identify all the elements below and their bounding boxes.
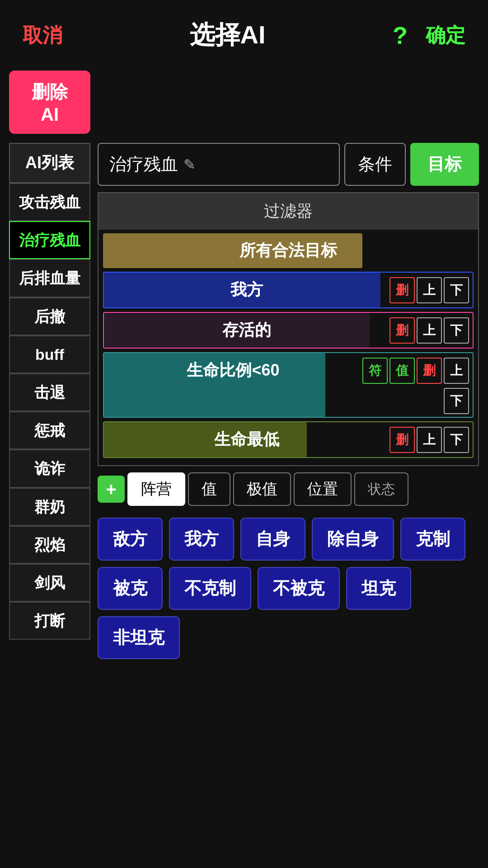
main-content: AI列表 攻击残血治疗残血后排血量后撤buff击退惩戒诡诈群奶烈焰剑风打断 治疗… (0, 143, 488, 664)
filter-label-all-targets: 所有合法目标 (103, 233, 474, 268)
camp-btn-不被克[interactable]: 不被克 (258, 567, 340, 610)
camp-btn-非坦克[interactable]: 非坦克 (98, 616, 180, 659)
main-action-label: 治疗残血 (109, 153, 178, 176)
sidebar-list-header: AI列表 (9, 143, 90, 183)
page-title: 选择AI (190, 18, 266, 52)
sidebar-item-0[interactable]: 攻击残血 (9, 183, 90, 221)
camp-btn-不克制[interactable]: 不克制 (169, 567, 251, 610)
filter-down-hp-lowest[interactable]: 下 (444, 427, 469, 453)
sidebar-item-5[interactable]: 击退 (9, 373, 90, 411)
camp-btn-克制[interactable]: 克制 (400, 518, 465, 561)
filter-up-hp-lowest[interactable]: 上 (417, 427, 442, 453)
action-bar: 治疗残血 ✎ 条件 目标 (98, 143, 479, 186)
delete-ai-button[interactable]: 删除AI (9, 71, 90, 134)
filter-panel: 过滤器 所有合法目标 我方 删 上 下 (98, 192, 479, 466)
sidebar-item-4[interactable]: buff (9, 335, 90, 373)
edit-icon: ✎ (183, 156, 196, 173)
filter-row-hp-ratio: 生命比例<60 符 值 删 上 下 (103, 352, 474, 418)
camp-btn-坦克[interactable]: 坦克 (346, 567, 411, 610)
camp-row-3: 非坦克 (98, 616, 479, 659)
cancel-button[interactable]: 取消 (23, 22, 62, 49)
filter-down-friendly[interactable]: 下 (444, 277, 469, 303)
tab-极值[interactable]: 极值 (233, 472, 291, 506)
filter-label-hp-lowest: 生命最低 (104, 422, 389, 457)
tab-阵营[interactable]: 阵营 (127, 472, 185, 506)
camp-row-1: 敌方我方自身除自身克制 (98, 518, 479, 561)
filter-label-friendly: 我方 (104, 273, 389, 307)
filter-down-alive[interactable]: 下 (444, 317, 469, 344)
sidebar-item-9[interactable]: 烈焰 (9, 526, 90, 564)
main-action-button[interactable]: 治疗残血 ✎ (98, 143, 340, 186)
tab-值[interactable]: 值 (188, 472, 230, 506)
filter-delete-hp-ratio[interactable]: 删 (417, 358, 442, 384)
sidebar-item-8[interactable]: 群奶 (9, 488, 90, 526)
camp-row-2: 被克不克制不被克坦克 (98, 567, 479, 610)
target-button[interactable]: 目标 (410, 143, 479, 186)
sidebar-item-7[interactable]: 诡诈 (9, 449, 90, 487)
filter-row-alive: 存活的 删 上 下 (103, 312, 474, 349)
sidebar-item-11[interactable]: 打断 (9, 602, 90, 640)
right-panel: 治疗残血 ✎ 条件 目标 过滤器 所有合法目标 我方 (98, 143, 479, 664)
camp-grid: 敌方我方自身除自身克制 被克不克制不被克坦克 非坦克 (98, 513, 479, 664)
bottom-tabs: + 阵营值极值位置状态 (98, 472, 479, 506)
header: 取消 选择AI ? 确定 (0, 0, 488, 66)
sidebar-item-3[interactable]: 后撤 (9, 297, 90, 335)
camp-btn-我方[interactable]: 我方 (169, 518, 234, 561)
tab-位置[interactable]: 位置 (294, 472, 352, 506)
sidebar-item-2[interactable]: 后排血量 (9, 259, 90, 297)
filter-label-hp-ratio: 生命比例<60 (104, 353, 362, 388)
filter-fu-hp-ratio[interactable]: 符 (362, 358, 388, 384)
filter-zhi-hp-ratio[interactable]: 值 (389, 358, 415, 384)
filter-delete-alive[interactable]: 删 (389, 317, 415, 344)
sidebar-item-1[interactable]: 治疗残血 (9, 221, 90, 259)
sidebar: AI列表 攻击残血治疗残血后排血量后撤buff击退惩戒诡诈群奶烈焰剑风打断 (9, 143, 90, 664)
confirm-button[interactable]: 确定 (426, 22, 465, 49)
filter-row-friendly: 我方 删 上 下 (103, 272, 474, 308)
condition-button[interactable]: 条件 (344, 143, 406, 186)
camp-btn-自身[interactable]: 自身 (240, 518, 305, 561)
filter-label-alive: 存活的 (104, 313, 389, 348)
filter-delete-friendly[interactable]: 删 (389, 277, 415, 303)
sidebar-item-10[interactable]: 剑风 (9, 564, 90, 602)
camp-btn-敌方[interactable]: 敌方 (98, 518, 163, 561)
tab-add-button[interactable]: + (98, 476, 125, 503)
header-right-actions: ? 确定 (393, 21, 465, 49)
filter-delete-hp-lowest[interactable]: 删 (389, 427, 415, 453)
help-button[interactable]: ? (393, 21, 408, 49)
filter-header: 过滤器 (99, 193, 478, 230)
camp-btn-被克[interactable]: 被克 (98, 567, 163, 610)
tab-状态[interactable]: 状态 (354, 472, 408, 506)
sidebar-item-6[interactable]: 惩戒 (9, 411, 90, 449)
filter-down-hp-ratio[interactable]: 下 (444, 388, 469, 414)
filter-up-friendly[interactable]: 上 (417, 277, 442, 303)
filter-row-hp-lowest: 生命最低 删 上 下 (103, 421, 474, 458)
camp-btn-除自身[interactable]: 除自身 (312, 518, 394, 561)
filter-row-all-targets: 所有合法目标 (103, 233, 474, 268)
filter-up-hp-ratio[interactable]: 上 (444, 358, 469, 384)
filter-up-alive[interactable]: 上 (417, 317, 442, 344)
